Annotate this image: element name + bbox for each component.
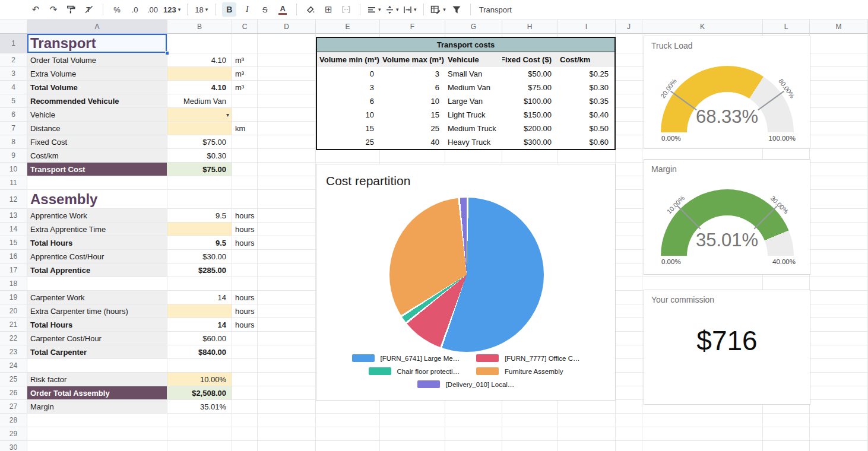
cell-D8[interactable] xyxy=(258,135,316,149)
costs-cell[interactable]: $50.00 xyxy=(502,67,557,81)
row-header-4[interactable]: 4 xyxy=(0,81,27,94)
cell-F28[interactable] xyxy=(380,414,445,427)
cell-D11[interactable] xyxy=(258,176,316,190)
costs-cell[interactable]: $75.00 xyxy=(502,81,557,94)
cell-M7[interactable] xyxy=(810,122,868,135)
cell-J4[interactable] xyxy=(616,81,642,94)
cell-D30[interactable] xyxy=(258,441,316,451)
cell-D19[interactable] xyxy=(258,291,316,304)
cell-A4[interactable]: Total Volume xyxy=(27,81,167,94)
cell-E28[interactable] xyxy=(316,414,380,427)
cell-A2[interactable]: Order Total Volume xyxy=(27,53,167,67)
filter-button[interactable] xyxy=(449,2,464,17)
cell-B6[interactable]: ▾ xyxy=(167,108,232,122)
cell-A8[interactable]: Fixed Cost xyxy=(27,135,167,149)
row-header-25[interactable]: 25 xyxy=(0,373,27,386)
cell-C18[interactable] xyxy=(232,277,258,291)
cell-M26[interactable] xyxy=(810,386,868,400)
row-header-2[interactable]: 2 xyxy=(0,53,27,67)
cell-C16[interactable] xyxy=(232,250,258,263)
cell-B30[interactable] xyxy=(167,441,232,451)
row-header-20[interactable]: 20 xyxy=(0,304,27,318)
cell-C19[interactable]: hours xyxy=(232,291,258,304)
cell-M5[interactable] xyxy=(810,94,868,108)
cell-D28[interactable] xyxy=(258,414,316,427)
cell-M17[interactable] xyxy=(810,263,868,277)
cell-B27[interactable]: 35.01% xyxy=(167,400,232,414)
column-header-I[interactable]: I xyxy=(557,20,616,34)
row-header-29[interactable]: 29 xyxy=(0,427,27,441)
cell-M19[interactable] xyxy=(810,291,868,304)
cell-J15[interactable] xyxy=(616,236,642,250)
row-header-17[interactable]: 17 xyxy=(0,263,27,277)
cell-F27[interactable] xyxy=(380,400,445,414)
costs-cell[interactable]: 3 xyxy=(380,67,445,81)
row-header-22[interactable]: 22 xyxy=(0,332,27,345)
row-header-11[interactable]: 11 xyxy=(0,176,27,190)
cell-I27[interactable] xyxy=(557,400,616,414)
cell-C24[interactable] xyxy=(232,359,258,373)
cell-D16[interactable] xyxy=(258,250,316,263)
cell-G30[interactable] xyxy=(445,441,502,451)
cell-D26[interactable] xyxy=(258,386,316,400)
costs-cell[interactable]: $0.60 xyxy=(557,135,614,149)
italic-button[interactable]: I xyxy=(240,2,254,17)
cell-A13[interactable]: Apprentice Work xyxy=(27,209,167,223)
formula-bar-value[interactable]: Transport xyxy=(479,5,512,14)
number-format-button[interactable]: 123▾ xyxy=(163,2,180,17)
cell-J23[interactable] xyxy=(616,345,642,359)
cell-C25[interactable] xyxy=(232,373,258,386)
cell-C23[interactable] xyxy=(232,345,258,359)
cell-K28[interactable] xyxy=(642,414,763,427)
cell-D15[interactable] xyxy=(258,236,316,250)
cell-A17[interactable]: Total Apprentice xyxy=(27,263,167,277)
costs-cell[interactable]: $100.00 xyxy=(502,94,557,108)
cell-C27[interactable] xyxy=(232,400,258,414)
cell-B5[interactable]: Medium Van xyxy=(167,94,232,108)
costs-header-cell[interactable]: Volume max (m³) xyxy=(380,52,445,67)
cell-L30[interactable] xyxy=(763,441,810,451)
cell-C10[interactable] xyxy=(232,163,258,176)
cell-D21[interactable] xyxy=(258,318,316,332)
selection-fill-handle[interactable] xyxy=(165,51,169,55)
column-header-L[interactable]: L xyxy=(763,20,810,34)
row-header-27[interactable]: 27 xyxy=(0,400,27,414)
cell-H29[interactable] xyxy=(502,427,557,441)
cell-D7[interactable] xyxy=(258,122,316,135)
cell-J11[interactable] xyxy=(616,176,642,190)
cell-B14[interactable] xyxy=(167,223,232,236)
row-header-14[interactable]: 14 xyxy=(0,223,27,236)
cell-M16[interactable] xyxy=(810,250,868,263)
truck-load-gauge-card[interactable]: Truck Load 20.00% 80.00% 68.33% 0.00% 10… xyxy=(644,36,810,148)
cell-D27[interactable] xyxy=(258,400,316,414)
cell-D14[interactable] xyxy=(258,223,316,236)
cell-B8[interactable]: $75.00 xyxy=(167,135,232,149)
cell-A28[interactable] xyxy=(27,414,167,427)
cell-B2[interactable]: 4.10 xyxy=(167,53,232,67)
cell-L29[interactable] xyxy=(763,427,810,441)
cell-C29[interactable] xyxy=(232,427,258,441)
cell-D10[interactable] xyxy=(258,163,316,176)
cell-A11[interactable] xyxy=(27,176,167,190)
cell-C22[interactable] xyxy=(232,332,258,345)
column-header-B[interactable]: B xyxy=(167,20,232,34)
cell-C11[interactable] xyxy=(232,176,258,190)
cell-D4[interactable] xyxy=(258,81,316,94)
costs-cell[interactable]: $0.35 xyxy=(557,94,614,108)
cell-C12[interactable] xyxy=(232,190,258,209)
cell-C17[interactable] xyxy=(232,263,258,277)
column-header-G[interactable]: G xyxy=(445,20,502,34)
cell-H30[interactable] xyxy=(502,441,557,451)
column-header-K[interactable]: K xyxy=(642,20,763,34)
column-header-E[interactable]: E xyxy=(316,20,380,34)
cell-H28[interactable] xyxy=(502,414,557,427)
cell-M20[interactable] xyxy=(810,304,868,318)
cell-A26[interactable]: Order Total Assembly xyxy=(27,386,167,400)
costs-header-cell[interactable]: Cost/km xyxy=(557,52,614,67)
cell-B23[interactable]: $840.00 xyxy=(167,345,232,359)
cell-B3[interactable] xyxy=(167,67,232,81)
cell-C8[interactable] xyxy=(232,135,258,149)
cell-J5[interactable] xyxy=(616,94,642,108)
merge-cells-button[interactable] xyxy=(339,2,353,17)
cell-M3[interactable] xyxy=(810,67,868,81)
